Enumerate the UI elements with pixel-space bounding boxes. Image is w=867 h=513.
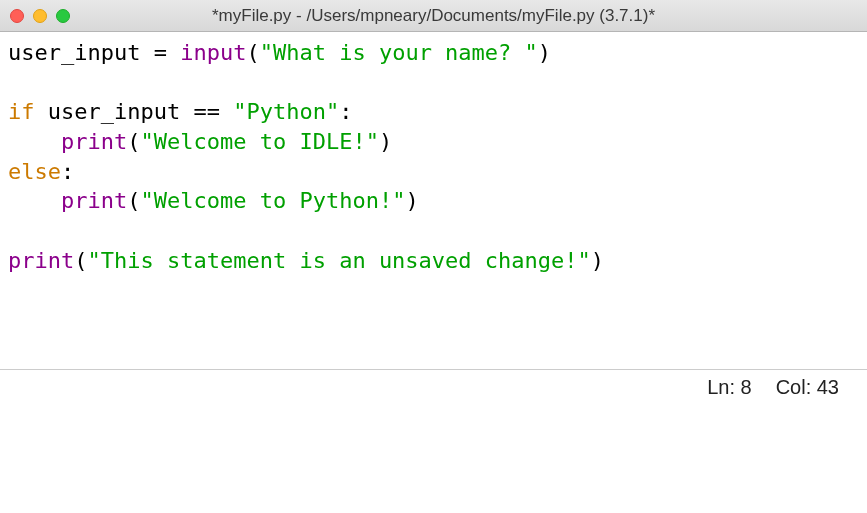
- close-icon[interactable]: [10, 9, 24, 23]
- code-token: print: [61, 129, 127, 154]
- code-token: (: [127, 129, 140, 154]
- code-token: print: [8, 248, 74, 273]
- code-token: "Welcome to IDLE!": [140, 129, 378, 154]
- code-line[interactable]: print("Welcome to IDLE!"): [8, 127, 859, 157]
- code-token: =: [140, 40, 180, 65]
- titlebar: *myFile.py - /Users/mpneary/Documents/my…: [0, 0, 867, 32]
- code-line[interactable]: if user_input == "Python":: [8, 97, 859, 127]
- code-line[interactable]: print("This statement is an unsaved chan…: [8, 246, 859, 276]
- code-token: ): [379, 129, 392, 154]
- code-token: :: [61, 159, 74, 184]
- code-editor[interactable]: user_input = input("What is your name? "…: [0, 32, 867, 370]
- code-token: "Python": [233, 99, 339, 124]
- code-token: else: [8, 159, 61, 184]
- code-token: "This statement is an unsaved change!": [87, 248, 590, 273]
- code-token: if: [8, 99, 35, 124]
- code-token: :: [339, 99, 352, 124]
- code-token: ): [591, 248, 604, 273]
- status-bar: Ln: 8 Col: 43: [0, 370, 867, 405]
- line-indicator: Ln: 8: [707, 376, 751, 399]
- code-token: ): [405, 188, 418, 213]
- code-line[interactable]: user_input = input("What is your name? "…: [8, 38, 859, 68]
- code-line[interactable]: [8, 68, 859, 98]
- code-line[interactable]: else:: [8, 157, 859, 187]
- code-line[interactable]: [8, 216, 859, 246]
- code-token: [8, 129, 61, 154]
- code-token: user_input: [8, 40, 140, 65]
- code-token: (: [246, 40, 259, 65]
- code-token: user_input ==: [35, 99, 234, 124]
- window-controls: [10, 9, 70, 23]
- code-token: ): [538, 40, 551, 65]
- code-token: (: [127, 188, 140, 213]
- minimize-icon[interactable]: [33, 9, 47, 23]
- code-token: print: [61, 188, 127, 213]
- zoom-icon[interactable]: [56, 9, 70, 23]
- code-token: [8, 188, 61, 213]
- col-indicator: Col: 43: [776, 376, 839, 399]
- code-token: (: [74, 248, 87, 273]
- code-token: input: [180, 40, 246, 65]
- code-line[interactable]: print("Welcome to Python!"): [8, 186, 859, 216]
- code-token: "What is your name? ": [260, 40, 538, 65]
- code-token: "Welcome to Python!": [140, 188, 405, 213]
- window-title: *myFile.py - /Users/mpneary/Documents/my…: [0, 6, 867, 26]
